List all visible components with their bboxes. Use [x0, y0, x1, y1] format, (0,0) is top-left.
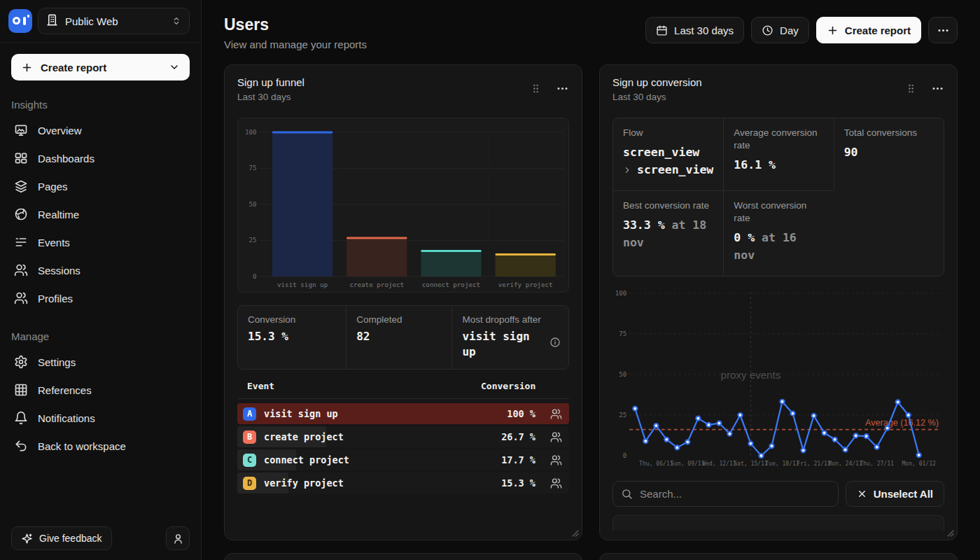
- sidebar-footer: Give feedback: [0, 517, 201, 560]
- people-icon[interactable]: [536, 408, 564, 420]
- calendar-icon: [656, 24, 668, 36]
- card-menu-button[interactable]: [556, 82, 569, 95]
- line-point[interactable]: [812, 414, 816, 418]
- line-point[interactable]: [706, 423, 710, 427]
- interval-button[interactable]: Day: [751, 17, 809, 43]
- line-point[interactable]: [748, 441, 752, 445]
- sidebar-item-profiles[interactable]: Profiles: [11, 284, 190, 312]
- column-header-event: Event: [247, 381, 481, 391]
- line-point[interactable]: [801, 448, 805, 452]
- stat-completed: Completed 82: [346, 306, 451, 369]
- event-name: verify project: [264, 477, 344, 489]
- conversion-value: 26.7 %: [485, 431, 536, 442]
- give-feedback-button[interactable]: Give feedback: [11, 526, 112, 550]
- page-subtitle: View and manage your reports: [224, 38, 367, 50]
- line-point[interactable]: [685, 440, 690, 444]
- page-title: Users: [224, 15, 367, 34]
- line-point[interactable]: [875, 444, 879, 449]
- line-point[interactable]: [643, 439, 648, 443]
- line-point[interactable]: [886, 426, 890, 430]
- svg-text:50: 50: [619, 371, 626, 378]
- sidebar-item-notifications[interactable]: Notifications: [11, 404, 190, 432]
- create-report-label: Create report: [845, 24, 911, 36]
- funnel-bar[interactable]: [346, 237, 407, 276]
- funnel-bar[interactable]: [496, 253, 556, 276]
- profile-button[interactable]: [166, 526, 190, 550]
- line-point[interactable]: [844, 447, 848, 451]
- card-menu-button[interactable]: [931, 82, 944, 95]
- line-point[interactable]: [917, 453, 921, 457]
- sidebar-item-events[interactable]: Events: [11, 228, 190, 256]
- stat-empty-cell: [834, 190, 944, 276]
- search-input[interactable]: [612, 481, 839, 507]
- line-point[interactable]: [717, 421, 721, 425]
- average-label: Average (16.12 %): [865, 417, 939, 427]
- unselect-all-button[interactable]: Unselect All: [846, 481, 944, 507]
- step-badge: A: [243, 407, 256, 421]
- line-point[interactable]: [854, 433, 858, 438]
- card-title: Sign up funnel: [237, 76, 304, 88]
- line-point[interactable]: [833, 437, 837, 441]
- sidebar-item-back-to-workspace[interactable]: Back to workspace: [11, 432, 190, 460]
- table-row-create-project[interactable]: B create project 26.7 %: [237, 426, 569, 447]
- line-point[interactable]: [696, 416, 700, 420]
- sidebar-item-settings[interactable]: Settings: [11, 348, 190, 376]
- line-point[interactable]: [664, 437, 668, 441]
- page-header: Users View and manage your reports Last …: [224, 15, 958, 50]
- card-resize-handle[interactable]: [946, 529, 954, 537]
- sidebar-create-report-button[interactable]: Create report: [11, 54, 190, 80]
- sidebar-item-realtime[interactable]: Realtime: [11, 200, 190, 228]
- people-icon[interactable]: [536, 477, 564, 489]
- line-point[interactable]: [864, 434, 869, 438]
- svg-text:Thu, 06/11: Thu, 06/11: [639, 461, 673, 467]
- select-updown-icon: [171, 15, 182, 27]
- sidebar-item-sessions[interactable]: Sessions: [11, 256, 190, 284]
- sidebar-item-references[interactable]: References: [11, 376, 190, 404]
- line-point[interactable]: [738, 413, 742, 417]
- clock-icon: [762, 24, 774, 36]
- main-content: Users View and manage your reports Last …: [202, 0, 980, 560]
- report-cards: Sign up funnel Last 30 days 0255075100vi…: [224, 64, 958, 540]
- sidebar-item-overview[interactable]: Overview: [11, 116, 190, 144]
- people-icon[interactable]: [536, 431, 564, 443]
- people-icon[interactable]: [536, 454, 564, 466]
- line-point[interactable]: [633, 406, 637, 410]
- sidebar: Public Web Create report Insights Overvi…: [0, 0, 202, 560]
- more-options-button[interactable]: [928, 17, 958, 43]
- app-logo[interactable]: [8, 9, 32, 33]
- flow-step-2: screen_view: [637, 162, 713, 179]
- stat-value: 0 %: [734, 231, 755, 244]
- clipped-card: [224, 553, 582, 560]
- drag-handle-icon[interactable]: [905, 83, 917, 94]
- workspace-selector[interactable]: Public Web: [38, 8, 190, 34]
- date-range-button[interactable]: Last 30 days: [645, 17, 744, 43]
- funnel-bar[interactable]: [421, 250, 481, 276]
- line-point[interactable]: [727, 431, 732, 435]
- svg-text:Mon, 01/12: Mon, 01/12: [902, 461, 936, 467]
- drag-handle-icon[interactable]: [530, 83, 542, 94]
- line-point[interactable]: [675, 445, 679, 449]
- line-point[interactable]: [822, 430, 827, 435]
- table-row-verify-project[interactable]: D verify project 15.3 %: [237, 472, 569, 493]
- line-point[interactable]: [654, 424, 658, 428]
- sidebar-item-pages[interactable]: Pages: [11, 172, 190, 200]
- line-point[interactable]: [759, 454, 763, 458]
- line-point[interactable]: [790, 411, 794, 415]
- sidebar-item-dashboards[interactable]: Dashboards: [11, 144, 190, 172]
- stat-value: 15.3 %: [248, 329, 336, 344]
- flow-step-1: screen_view: [623, 144, 713, 162]
- funnel-bar[interactable]: [272, 132, 332, 277]
- info-icon[interactable]: [550, 337, 561, 348]
- table-row-connect-project[interactable]: C connect project 17.7 %: [237, 449, 569, 470]
- line-point[interactable]: [896, 400, 900, 404]
- interval-label: Day: [780, 24, 799, 36]
- line-point[interactable]: [906, 413, 911, 417]
- svg-text:0: 0: [623, 452, 626, 459]
- create-report-button[interactable]: Create report: [816, 17, 921, 43]
- line-point[interactable]: [780, 399, 784, 403]
- card-resize-handle[interactable]: [571, 529, 579, 537]
- table-row-visit-sign-up[interactable]: A visit sign up 100 %: [237, 403, 569, 424]
- stat-label: Best conversion rate: [623, 200, 713, 212]
- line-point[interactable]: [769, 444, 774, 448]
- date-range-label: Last 30 days: [674, 24, 734, 36]
